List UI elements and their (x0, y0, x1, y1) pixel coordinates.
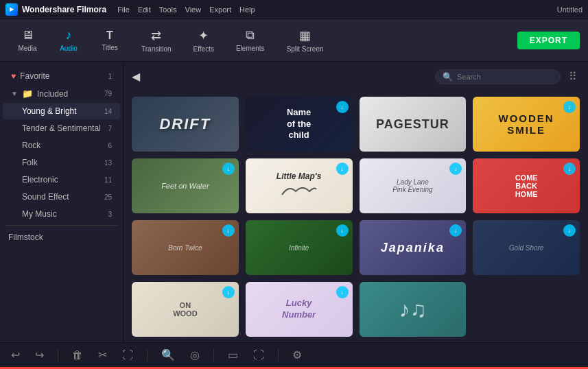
menu-tools[interactable]: Tools (159, 5, 177, 14)
card-drift[interactable]: DRIFT Drift - Drift (132, 97, 239, 152)
thumb-on: ONWOOD ↓ (132, 282, 239, 337)
app-logo: ▶ Wondershare Filmora (5, 3, 106, 16)
card-garret[interactable]: Infinite ↓ Garret Bevins - Infinite - S.… (246, 220, 353, 275)
subtitle-button[interactable]: ▭ (224, 346, 242, 364)
sidebar: ♥ Favorite 1 ▼ 📁 Included 79 Young & Bri… (0, 62, 124, 342)
sidebar-rock[interactable]: Rock 6 (3, 137, 120, 154)
sidebar-filmstock[interactable]: Filmstock (0, 228, 123, 246)
soundeffect-label: Sound Effect (22, 192, 69, 202)
toolbar-effects[interactable]: ✦ Effects (184, 24, 224, 57)
bottom-toolbar: ↩ ↪ 🗑 ✂ ⛶ 🔍 ◎ ▭ ⛶ ⚙ (0, 342, 588, 367)
titles-icon: T (106, 29, 113, 42)
media-icon: 🖥 (21, 28, 34, 43)
toolbar-divider-1 (58, 349, 58, 361)
effects-label: Effects (193, 45, 214, 53)
menu-help[interactable]: Help (239, 5, 255, 14)
splitscreen-icon: ▦ (299, 28, 311, 43)
download-badge-little: ↓ (336, 163, 349, 175)
card-name[interactable]: Nameof thechild ↓ Name of the Child - Mo… (246, 97, 353, 152)
redo-button[interactable]: ↪ (31, 346, 48, 364)
sidebar-electronic[interactable]: Electronic 11 (3, 171, 120, 188)
card-lucky[interactable]: LuckyNumber ↓ (246, 282, 353, 337)
folk-label: Folk (22, 158, 38, 167)
thumb-feet: Feet on Water ↓ (132, 158, 239, 213)
download-badge-feet: ↓ (222, 163, 235, 175)
thumb-garret: Infinite ↓ (246, 220, 353, 275)
download-badge-mark: ↓ (222, 224, 235, 237)
toolbar-media[interactable]: 🖥 Media (8, 24, 47, 56)
card-little[interactable]: Little Map's ↓ Little Maps - Eddie (246, 158, 353, 213)
content-area: ◀ 🔍 ⠿ DRIFT Drift - Drift Nameof thechil… (124, 62, 588, 342)
export-button[interactable]: EXPORT (517, 32, 580, 49)
collapse-arrow[interactable]: ◀ (132, 70, 143, 83)
download-badge-ryan: ↓ (449, 224, 462, 237)
main-area: ♥ Favorite 1 ▼ 📁 Included 79 Young & Bri… (0, 62, 588, 342)
search-input[interactable] (457, 73, 553, 81)
sidebar-included[interactable]: ▼ 📁 Included 79 (3, 85, 120, 102)
included-label: Included (37, 89, 68, 99)
settings-button[interactable]: ⚙ (288, 346, 306, 364)
sidebar-folk[interactable]: Folk 13 (3, 154, 120, 171)
toolbar-audio[interactable]: ♪ Audio (49, 24, 88, 56)
folk-count: 13 (104, 159, 112, 167)
card-lowtree[interactable]: COME BACK HOME ↓ Low Tree - Come Back H.… (473, 158, 580, 213)
thumb-lowtree: COME BACK HOME ↓ (473, 158, 580, 213)
card-on[interactable]: ONWOOD ↓ (132, 282, 239, 337)
sidebar-soundeffect[interactable]: Sound Effect 25 (3, 189, 120, 205)
menu-file[interactable]: File (117, 5, 130, 14)
speed-button[interactable]: 🔍 (157, 346, 179, 364)
download-badge-lights: ↓ (563, 224, 576, 237)
card-feet[interactable]: Feet on Water ↓ Feet On Water - Unexpec.… (132, 158, 239, 213)
crop-button[interactable]: ⛶ (118, 346, 137, 364)
sidebar-mymusic[interactable]: My Music 3 (3, 206, 120, 222)
download-badge-lucky: ↓ (336, 286, 349, 298)
thumb-ryan: Japanika ↓ (360, 220, 467, 275)
sidebar-tender[interactable]: Tender & Sentimental 7 (3, 120, 120, 136)
card-ryan[interactable]: Japanika ↓ Ryan Jones - Japanika (360, 220, 467, 275)
card-music[interactable]: ♪♫ (360, 282, 467, 337)
included-chevron: ▼ (11, 90, 18, 97)
download-badge-garret: ↓ (336, 224, 349, 237)
window-title: Untitled (557, 5, 583, 14)
card-lady[interactable]: Lady LanePink Evening ↓ Lady Lane - The … (360, 158, 467, 213)
sidebar-young-bright[interactable]: Young & Bright 14 (3, 103, 120, 119)
menu-view[interactable]: View (185, 5, 202, 14)
thumb-pages: PAGESTUR (360, 97, 467, 152)
card-wooden[interactable]: WOODEN SMILE ↓ Ziv Moran - Wooden Smi... (473, 97, 580, 152)
young-bright-count: 14 (104, 108, 112, 115)
tender-label: Tender & Sentimental (22, 123, 101, 133)
top-bar: ▶ Wondershare Filmora File Edit Tools Vi… (0, 0, 588, 19)
undo-button[interactable]: ↩ (7, 346, 24, 364)
mymusic-label: My Music (22, 209, 57, 219)
download-badge-lady: ↓ (449, 163, 462, 175)
app-logo-icon: ▶ (5, 3, 18, 16)
toolbar-titles[interactable]: T Titles (91, 25, 129, 56)
color-button[interactable]: ◎ (186, 346, 204, 364)
electronic-count: 11 (104, 176, 112, 184)
audio-icon: ♪ (66, 28, 72, 43)
transition-icon: ⇄ (151, 28, 161, 43)
fullscreen-button[interactable]: ⛶ (249, 346, 268, 364)
toolbar-divider-2 (147, 349, 148, 361)
thumb-music: ♪♫ (360, 282, 467, 337)
elements-icon: ⧉ (246, 28, 255, 43)
card-lights[interactable]: Gold Shore ↓ Lights on the Gold Shore ..… (473, 220, 580, 275)
favorite-count: 1 (108, 73, 112, 80)
menu-edit[interactable]: Edit (138, 5, 151, 14)
tender-count: 7 (108, 125, 112, 132)
toolbar-elements[interactable]: ⧉ Elements (226, 24, 274, 56)
toolbar-splitscreen[interactable]: ▦ Split Screen (277, 24, 333, 57)
search-box: 🔍 (435, 69, 561, 84)
sidebar-favorite[interactable]: ♥ Favorite 1 (3, 68, 120, 84)
toolbar-transition[interactable]: ⇄ Transition (132, 24, 181, 57)
elements-label: Elements (236, 45, 265, 52)
cut-button[interactable]: ✂ (94, 346, 111, 364)
menu-export[interactable]: Export (209, 5, 231, 14)
young-bright-label: Young & Bright (22, 106, 77, 116)
grid-view-button[interactable]: ⠿ (566, 67, 580, 86)
favorite-label: Favorite (20, 71, 49, 81)
search-icon: 🔍 (443, 72, 453, 82)
card-mark[interactable]: Born Twice ↓ Mark Tracy - Born Twice (132, 220, 239, 275)
card-pages[interactable]: PAGESTUR Drift - Pages Turn (360, 97, 467, 152)
delete-button[interactable]: 🗑 (68, 346, 87, 364)
